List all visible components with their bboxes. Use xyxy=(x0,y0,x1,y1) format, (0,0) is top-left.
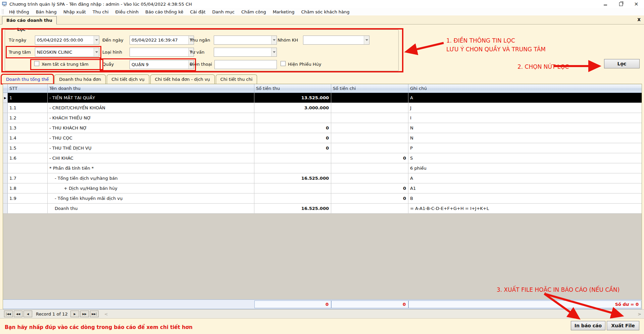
menu-item-0[interactable]: Hệ thống xyxy=(6,9,33,15)
cell-so-tien-thu xyxy=(254,163,331,173)
hscroll-right-arrow-icon[interactable]: > xyxy=(638,312,641,317)
menu-item-10[interactable]: Chăm sóc khách hàng xyxy=(298,9,353,15)
nav-first-button[interactable]: |◀◀ xyxy=(4,311,13,317)
nav-fast-prev-button[interactable]: ◀◀ xyxy=(14,311,22,317)
close-button[interactable]: × xyxy=(629,0,644,8)
cell-stt xyxy=(8,163,48,173)
report-tab-1[interactable]: Doanh thu hóa đơn xyxy=(54,74,106,84)
record-indicator: Record 1 of 12 xyxy=(36,312,68,317)
hscroll-left-arrow-icon[interactable]: < xyxy=(104,312,108,317)
spa-management-window: Chương trình quản lý SPA - Tên đăng nhập… xyxy=(0,0,644,334)
den-ngay-field[interactable]: 05/04/2022 16:39:47 xyxy=(130,36,194,45)
tab-bao-cao-doanh-thu[interactable]: Báo cáo doanh thu xyxy=(2,16,57,24)
tab-close-icon[interactable]: x xyxy=(637,16,641,22)
total-thu: 0 xyxy=(254,300,331,308)
tu-van-label: Tư vấn xyxy=(190,50,204,55)
menu-item-3[interactable]: Thu chi xyxy=(89,9,112,15)
cell-ghi-chu: A xyxy=(408,173,641,183)
menu-item-5[interactable]: Báo cáo thống kê xyxy=(142,9,187,15)
nav-prev-button[interactable]: ◀ xyxy=(23,311,32,317)
menu-item-1[interactable]: Bán hàng xyxy=(33,9,60,15)
table-row[interactable]: 1.3- THU KHÁCH NỢ0N xyxy=(3,123,642,133)
table-row[interactable]: 1.7- Tổng tiền dịch vụ/hàng bán16.525.00… xyxy=(3,173,642,183)
tu-ngay-field[interactable]: 05/04/2022 05:00:00 xyxy=(35,36,99,45)
dropdown-arrow-icon[interactable] xyxy=(94,36,99,44)
column-header-ghi-chu[interactable]: Ghi chú xyxy=(408,84,641,93)
grid-rows: ▶1- TIỀN MẶT TẠI QUẦY13.525.000A1.1- CRE… xyxy=(3,93,642,214)
grid-empty-area xyxy=(3,214,642,299)
dropdown-arrow-icon[interactable] xyxy=(94,48,99,56)
cell-name: - KHÁCH THIẾU NỢ xyxy=(48,113,254,123)
hien-phieu-huy-label: Hiện Phiếu Hủy xyxy=(288,62,321,67)
thu-ngan-field[interactable] xyxy=(214,36,277,45)
nav-last-button[interactable]: ▶▶| xyxy=(90,311,99,317)
row-selector xyxy=(3,113,8,123)
table-row[interactable]: 1.6- CHI KHÁC0S xyxy=(3,153,642,163)
export-file-button[interactable]: Xuất File xyxy=(607,321,639,330)
menu-item-6[interactable]: Cài đặt xyxy=(187,9,209,15)
cell-so-tien-chi xyxy=(331,204,408,213)
tu-van-field[interactable] xyxy=(214,48,277,57)
column-header-stt[interactable]: STT xyxy=(8,84,48,93)
xem-tat-ca-checkbox[interactable] xyxy=(34,61,39,66)
nhom-kh-label: Nhóm KH xyxy=(278,38,298,43)
table-row[interactable]: 1.2- KHÁCH THIẾU NỢI xyxy=(3,113,642,123)
cell-so-tien-thu xyxy=(254,193,331,203)
hien-phieu-huy-checkbox[interactable] xyxy=(281,61,286,66)
trung-tam-field[interactable]: NEOSKIN CLINIC xyxy=(35,48,99,57)
dropdown-arrow-icon[interactable] xyxy=(271,36,277,44)
dropdown-arrow-icon[interactable] xyxy=(364,36,369,44)
status-bar: Bạn hãy nhấp đúp vào các dòng trong báo … xyxy=(0,318,644,334)
quay-field[interactable]: QUẬN 9 xyxy=(130,60,194,69)
cell-ghi-chu: N xyxy=(408,123,641,133)
table-row[interactable]: 1.9- Tổng tiền khuyến mãi dịch vụ0B xyxy=(3,193,642,204)
grid-header: STT Tên doanh thu Số tiền thu Số tiền ch… xyxy=(3,84,642,93)
cell-name: - CREDIT/CHUYỂN KHOẢN xyxy=(48,103,254,113)
report-tab-2[interactable]: Chi tiết dịch vụ xyxy=(107,74,149,84)
cell-ghi-chu: S xyxy=(408,153,641,163)
report-tab-3[interactable]: Chi tiết hóa đơn - dịch vụ xyxy=(150,74,215,84)
loai-hinh-field[interactable] xyxy=(130,48,194,57)
table-row[interactable]: Doanh thu16.525.000= A-A1-B-C-D-E+F+G+H … xyxy=(3,204,642,214)
cell-so-tien-chi: 0 xyxy=(331,183,408,193)
nav-next-button[interactable]: ▶ xyxy=(70,311,79,317)
title-bar: Chương trình quản lý SPA - Tên đăng nhập… xyxy=(0,0,644,8)
column-header-ten-doanh-thu[interactable]: Tên doanh thu xyxy=(48,84,254,93)
column-header-so-tien-chi[interactable]: Số tiền chi xyxy=(331,84,408,93)
cell-so-tien-chi xyxy=(331,113,408,123)
cell-so-tien-chi xyxy=(331,103,408,113)
menu-item-8[interactable]: Chấm công xyxy=(238,9,269,15)
den-ngay-label: Đến ngày xyxy=(102,38,123,43)
cell-so-tien-chi xyxy=(331,163,408,173)
nav-fast-next-button[interactable]: ▶▶ xyxy=(80,311,89,317)
table-row[interactable]: * Phần đã tính tiền *6 phiếu xyxy=(3,163,642,173)
row-selector xyxy=(3,103,8,113)
cell-ghi-chu: A1 xyxy=(408,183,641,193)
nhom-kh-field[interactable] xyxy=(303,36,369,45)
dropdown-arrow-icon[interactable] xyxy=(271,48,277,56)
report-tab-0[interactable]: Doanh thu tổng thể xyxy=(1,74,53,84)
dien-thoai-field[interactable] xyxy=(214,60,277,69)
menu-item-2[interactable]: Nhập xuất xyxy=(60,9,89,15)
cell-so-tien-thu: 16.525.000 xyxy=(254,173,331,183)
cell-stt: 1.2 xyxy=(8,113,48,123)
menu-item-4[interactable]: Điều chỉnh xyxy=(112,9,142,15)
loc-button[interactable]: Lọc xyxy=(604,59,640,68)
record-navigator: |◀◀◀◀◀Record 1 of 12▶▶▶▶▶| < > xyxy=(0,309,644,318)
table-row[interactable]: 1.1- CREDIT/CHUYỂN KHOẢN3.000.000J xyxy=(3,103,642,113)
table-row[interactable]: ▶1- TIỀN MẶT TẠI QUẦY13.525.000A xyxy=(3,93,642,103)
restore-button[interactable] xyxy=(613,0,629,8)
table-row[interactable]: 1.8+ Dịch vụ/Hàng bán hủy0A1 xyxy=(3,183,642,193)
table-row[interactable]: 1.5- THU THẺ DỊCH VỤ0P xyxy=(3,143,642,153)
report-tab-4[interactable]: Chi tiết thu chi xyxy=(216,74,257,84)
minimize-button[interactable] xyxy=(598,0,613,8)
table-row[interactable]: 1.4- THU CỌC0N xyxy=(3,133,642,143)
app-icon xyxy=(2,1,7,7)
column-header-so-tien-thu[interactable]: Số tiền thu xyxy=(254,84,331,93)
annotation-step1-line2: LƯU Ý CHON QUẦY VÀ TRUNG TÂM xyxy=(446,45,546,54)
menu-item-9[interactable]: Marketing xyxy=(269,9,298,15)
cell-so-tien-chi xyxy=(331,123,408,133)
menu-item-7[interactable]: Danh mục xyxy=(209,9,238,15)
print-report-button[interactable]: In báo cáo xyxy=(571,321,605,330)
cell-so-tien-thu xyxy=(254,113,331,123)
